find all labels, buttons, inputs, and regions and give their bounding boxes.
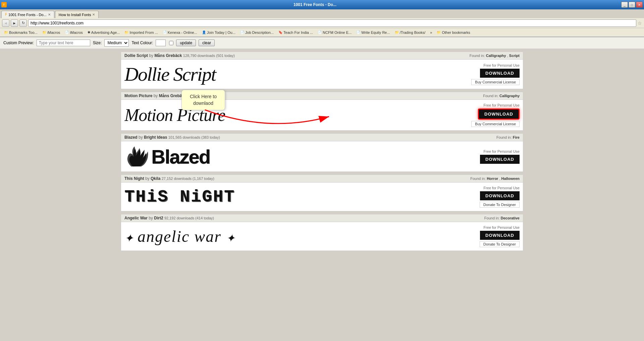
font-name: Blazed	[124, 135, 138, 140]
font-preview-text: THiS NiGHT	[124, 187, 480, 206]
font-found: Found in: Calligraphy , Script	[470, 54, 520, 58]
color-checkbox[interactable]	[169, 41, 173, 45]
bookmark-imacros-folder[interactable]: 📁 iMacros	[40, 30, 62, 35]
font-author: Dirt2	[154, 216, 163, 220]
free-label: Free for Personal Use	[483, 63, 520, 67]
font-preview-text: Dollie Script	[124, 63, 471, 85]
bookmark-label: Join Today | Ou...	[207, 30, 235, 35]
folder-icon: 📁	[437, 30, 441, 34]
font-found: Found in: Fire	[496, 135, 520, 139]
more-label: »	[430, 30, 432, 35]
bookmark-advertising[interactable]: ✱ Advertising Age...	[86, 30, 122, 35]
page-icon: 📄	[318, 30, 322, 34]
bookmark-teach-for-india[interactable]: 🔖 Teach For India ...	[276, 30, 315, 35]
bookmark-kenexa[interactable]: 📄 Kenexa - Online...	[161, 30, 199, 35]
font-downloads: 92,192 downloads (414 today)	[164, 216, 214, 220]
tab-how-to-install[interactable]: How to Install Fonts ✕	[55, 11, 99, 18]
font-card-dollie-script: Dollie Script by Måns Grebäck 128,790 do…	[121, 52, 523, 89]
font-preview-text: Blazed	[124, 145, 480, 168]
bookmark-imported-from[interactable]: 📁 Imported From ...	[122, 30, 160, 35]
refresh-button[interactable]: ↻	[19, 19, 27, 27]
update-button[interactable]: update	[176, 40, 196, 46]
folder-icon: 📁	[395, 30, 399, 34]
bookmark-write-equity[interactable]: 📄 Write Equity Re...	[354, 30, 392, 35]
free-label: Free for Personal Use	[483, 149, 520, 153]
bookmark-label: Teach For India ...	[283, 30, 313, 35]
bookmark-bookmarks-too[interactable]: 📁 Bookmarks Too...	[2, 30, 40, 35]
font-author: Qkila	[151, 176, 160, 181]
back-button[interactable]: ◄	[2, 19, 9, 27]
font-author: Bright Ideas	[144, 135, 167, 140]
font-name: Dollie Script	[124, 53, 148, 58]
bookmark-label: NCFM Online E...	[323, 30, 352, 35]
tab-close-icon[interactable]: ✕	[48, 13, 51, 16]
forward-button[interactable]: ►	[11, 19, 18, 27]
bookmark-job-description[interactable]: 📄 Job Description...	[238, 30, 276, 35]
page-icon: 📄	[240, 30, 244, 34]
donate-button[interactable]: Donate To Designer	[480, 241, 520, 247]
tab-close-icon-2[interactable]: ✕	[92, 13, 95, 16]
font-preview: THiS NiGHT	[124, 187, 480, 206]
content-area: Dollie Script by Måns Grebäck 128,790 do…	[0, 49, 644, 256]
minimize-button[interactable]: _	[621, 2, 628, 8]
bookmark-trading-books[interactable]: 📁 /Trading Books/	[393, 30, 428, 35]
star-icon: ✱	[88, 30, 90, 34]
clear-button[interactable]: clear	[199, 40, 215, 46]
page-icon: 📄	[356, 30, 360, 34]
font-downloads: 101,565 downloads (383 today)	[168, 135, 220, 139]
bookmark-label: Other bookmarks	[442, 30, 470, 35]
tab-label: 1001 Free Fonts - Do...	[8, 13, 47, 17]
address-bar[interactable]	[28, 19, 636, 27]
text-colour-label: Text Colour:	[131, 41, 153, 45]
download-button[interactable]: DOWNLOAD	[478, 109, 520, 120]
tab-strip: F 1001 Free Fonts - Do... ✕ How to Insta…	[0, 9, 644, 18]
bookmark-label: Advertising Age...	[91, 30, 120, 35]
bookmarks-bar: 📁 Bookmarks Too... 📁 iMacros 📄 iMacros ✱…	[0, 28, 644, 37]
maximize-button[interactable]: □	[629, 2, 635, 8]
download-button[interactable]: DOWNLOAD	[480, 69, 520, 78]
font-card-header: Dollie Script by Måns Grebäck 128,790 do…	[121, 52, 523, 60]
font-name: This Night	[124, 176, 144, 181]
commercial-license-button[interactable]: Buy Commercial License	[471, 121, 520, 127]
download-button[interactable]: DOWNLOAD	[480, 155, 520, 164]
font-author: Måns Grebäck	[154, 53, 182, 58]
person-icon: 👤	[202, 30, 206, 34]
font-card-this-night: This Night by Qkila 27,152 downloads (1,…	[121, 175, 523, 211]
bookmark-ncfm[interactable]: 📄 NCFM Online E...	[316, 30, 354, 35]
bookmark-label: Job Description...	[245, 30, 274, 35]
browser-favicon: F	[1, 2, 7, 7]
bookmark-label: Imported From ...	[129, 30, 158, 35]
nav-bar: ◄ ► ↻ ☆	[0, 18, 644, 28]
commercial-license-button[interactable]: Buy Commercial License	[471, 79, 520, 85]
color-swatch[interactable]	[156, 40, 166, 46]
bookmark-label: Kenexa - Online...	[168, 30, 197, 35]
window-title: 1001 Free Fonts - Do...	[9, 2, 621, 7]
page-toolbar: Custom Preview: Size: Small Medium Large…	[0, 37, 644, 49]
font-name: Angelic War	[124, 216, 148, 220]
font-found: Found in: Horror , Halloween	[470, 177, 520, 181]
download-button[interactable]: DOWNLOAD	[480, 191, 520, 200]
page-icon: 📄	[65, 30, 69, 34]
size-select[interactable]: Small Medium Large	[104, 39, 129, 47]
font-name: Motion Picture	[124, 93, 152, 98]
tab-1001freefonts[interactable]: F 1001 Free Fonts - Do... ✕	[1, 11, 54, 18]
font-card-header: This Night by Qkila 27,152 downloads (1,…	[121, 175, 523, 183]
font-preview: Blazed	[124, 145, 480, 168]
bookmark-label: iMacros	[47, 30, 60, 35]
bookmark-star-icon[interactable]: ☆	[638, 20, 642, 26]
font-card-blazed: Blazed by Bright Ideas 101,565 downloads…	[121, 133, 523, 172]
bookmark-more[interactable]: »	[428, 30, 434, 35]
bookmark-icon: 🔖	[278, 30, 282, 34]
donate-button[interactable]: Donate To Designer	[480, 202, 520, 208]
folder-icon: 📁	[4, 30, 8, 34]
folder-icon: 📁	[42, 30, 46, 34]
bookmark-imacros[interactable]: 📄 iMacros	[63, 30, 85, 35]
bookmark-label: Write Equity Re...	[361, 30, 390, 35]
close-button[interactable]: ✕	[636, 2, 643, 8]
preview-text-input[interactable]	[37, 40, 90, 46]
bookmark-other[interactable]: 📁 Other bookmarks	[435, 30, 472, 35]
free-label: Free for Personal Use	[483, 225, 520, 229]
download-button[interactable]: DOWNLOAD	[480, 231, 520, 240]
font-card-motion-picture: Motion Picture by Måns Grebäck 163,600 d…	[121, 92, 523, 131]
bookmark-join-today[interactable]: 👤 Join Today | Ou...	[200, 30, 237, 35]
